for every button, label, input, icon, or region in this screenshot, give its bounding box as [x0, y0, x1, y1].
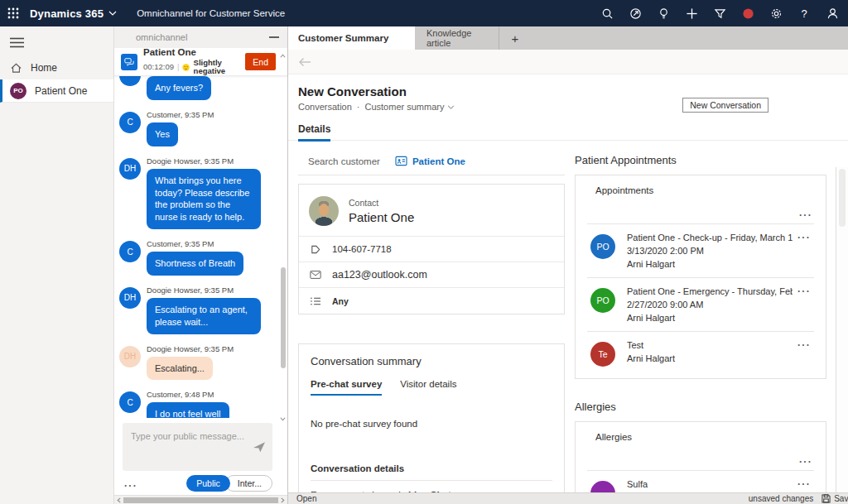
add-tab-button[interactable]: +	[499, 26, 531, 50]
chat-icon	[121, 54, 137, 70]
save-button[interactable]: Save	[822, 494, 848, 503]
form-content: Search customer Patient One Contact Pati…	[288, 141, 848, 497]
main-scrollbar[interactable]	[836, 167, 848, 492]
scroll-left-icon[interactable]	[116, 497, 122, 503]
add-icon[interactable]	[682, 4, 701, 22]
minimize-icon[interactable]	[269, 36, 279, 38]
end-conversation-button[interactable]: End	[245, 53, 276, 70]
scroll-down-icon[interactable]	[280, 416, 286, 422]
contact-card: Contact Patient One 104-607-7718	[298, 184, 565, 314]
home-icon	[10, 62, 22, 74]
lightbulb-icon[interactable]	[654, 4, 672, 22]
scroll-up-icon[interactable]	[280, 53, 286, 59]
avatar: PO	[590, 234, 615, 259]
avatar: C	[119, 112, 141, 133]
conversation-header: Patient One 00:12:09 | Slightly negative…	[114, 48, 287, 76]
appointment-row[interactable]: PO Patient One - Check-up - Friday, Marc…	[587, 224, 814, 278]
conversation-details-heading: Conversation details	[311, 463, 552, 481]
customer-link[interactable]: Patient One	[395, 156, 465, 166]
card-more-button[interactable]: ...	[587, 454, 812, 465]
sidebar-item-patient-one[interactable]: PO Patient One	[0, 79, 113, 103]
allergies-title: Allergies	[575, 401, 826, 413]
help-icon[interactable]: ?	[795, 4, 813, 22]
avatar: DH	[119, 158, 141, 180]
row-more-button[interactable]: ...	[797, 283, 811, 295]
hamburger-menu-icon[interactable]	[10, 36, 25, 48]
tab-visitor-details[interactable]: Visitor details	[400, 379, 456, 396]
chat-panel-header: omnichannel	[114, 26, 287, 48]
back-icon[interactable]	[298, 57, 311, 67]
sentiment-emoji-icon	[182, 63, 190, 72]
new-conversation-button[interactable]: New Conversation	[682, 98, 768, 113]
composer-toolbar: ... Public Inter...	[114, 471, 287, 495]
form-selector[interactable]: Customer summary	[365, 102, 455, 112]
row-more-button[interactable]: ...	[797, 229, 811, 241]
avatar	[119, 76, 141, 86]
top-navbar: Dynamics 365 Omnichannel for Customer Se…	[0, 0, 848, 26]
settings-gear-icon[interactable]	[767, 4, 785, 22]
contact-name: Patient One	[349, 210, 414, 224]
chat-message: C Customer, 9:35 PM Yes	[119, 108, 276, 146]
message-bubble: Shortness of Breath	[147, 252, 243, 276]
app-brand[interactable]: Dynamics 365	[30, 7, 104, 20]
page-header: New Conversation Conversation · Customer…	[288, 74, 848, 119]
unsaved-changes-label: unsaved changes	[749, 494, 813, 503]
contact-card-icon	[395, 156, 407, 166]
presence-busy-icon[interactable]	[739, 4, 757, 22]
quick-launch-icon[interactable]	[626, 4, 644, 22]
tab-knowledge-article[interactable]: Knowledge article	[415, 26, 499, 50]
patient-appointments-title: Patient Appointments	[575, 154, 826, 166]
scrollbar-thumb[interactable]	[839, 169, 846, 227]
row-more-button[interactable]: ...	[797, 337, 811, 348]
message-bubble: Escalating to an agent, please wait...	[147, 298, 261, 334]
chat-horizontal-scrollbar[interactable]	[114, 495, 287, 504]
scroll-right-icon[interactable]	[280, 497, 286, 503]
app-tab-strip: Customer Summary Knowledge article +	[288, 26, 848, 50]
message-input[interactable]	[123, 423, 272, 471]
tab-details[interactable]: Details	[298, 123, 330, 142]
message-bubble: Escalating...	[147, 357, 213, 381]
chevron-down-icon	[108, 11, 117, 16]
chat-panel: omnichannel Patient One 00:12:09 | Sligh…	[114, 26, 288, 504]
tab-customer-summary[interactable]: Customer Summary	[288, 26, 415, 50]
appointment-row[interactable]: PO Patient One - Emergency - Thursday, F…	[587, 278, 814, 332]
breadcrumb-separator: ·	[357, 102, 360, 112]
list-field[interactable]: Any	[299, 288, 564, 314]
filter-icon[interactable]	[711, 4, 729, 22]
public-message-toggle[interactable]: Public	[186, 475, 230, 492]
email-icon	[309, 270, 322, 280]
chat-scrollbar[interactable]	[278, 51, 287, 424]
app-window: Dynamics 365 Omnichannel for Customer Se…	[0, 0, 848, 504]
chat-customer-name: Patient One	[143, 47, 245, 58]
list-icon	[309, 296, 322, 306]
message-meta: Customer, 9:48 PM	[147, 390, 229, 399]
breadcrumb: Conversation · Customer summary	[298, 102, 455, 112]
app-title: Omnichannel for Customer Service	[137, 8, 285, 18]
avatar: Te	[590, 342, 615, 367]
form-tabs: Details	[288, 119, 848, 141]
search-icon[interactable]	[598, 4, 616, 22]
message-bubble: Any fevers?	[147, 76, 211, 100]
chevron-down-icon	[447, 105, 455, 109]
contact-photo	[309, 196, 339, 226]
search-customer-input[interactable]: Search customer	[308, 156, 380, 166]
app-launcher-icon[interactable]	[5, 5, 22, 22]
phone-field[interactable]: 104-607-7718	[299, 237, 564, 262]
scrollbar-thumb[interactable]	[123, 497, 278, 503]
tab-pre-chat-survey[interactable]: Pre-chat survey	[311, 379, 382, 396]
email-field[interactable]: aa123@outlook.com	[299, 262, 564, 288]
breadcrumb-entity: Conversation	[298, 102, 352, 112]
appointments-card: Appointments ... PO Patient One - Check-…	[575, 175, 826, 379]
sidebar-item-home[interactable]: Home	[0, 56, 113, 79]
send-icon[interactable]	[253, 441, 266, 453]
customer-search-row: Search customer Patient One	[298, 152, 565, 175]
composer-more-button[interactable]: ...	[124, 478, 137, 489]
message-meta: Doogie Howser, 9:35 PM	[147, 286, 261, 295]
account-icon[interactable]	[823, 4, 841, 22]
card-more-button[interactable]: ...	[587, 207, 812, 218]
scrollbar-thumb[interactable]	[281, 267, 286, 368]
row-more-button[interactable]: ...	[797, 476, 811, 487]
internal-message-toggle[interactable]: Inter...	[225, 475, 272, 492]
appointment-row[interactable]: Te Test Arni Halgart ...	[587, 332, 814, 375]
appointments-subtitle: Appointments	[587, 185, 814, 195]
